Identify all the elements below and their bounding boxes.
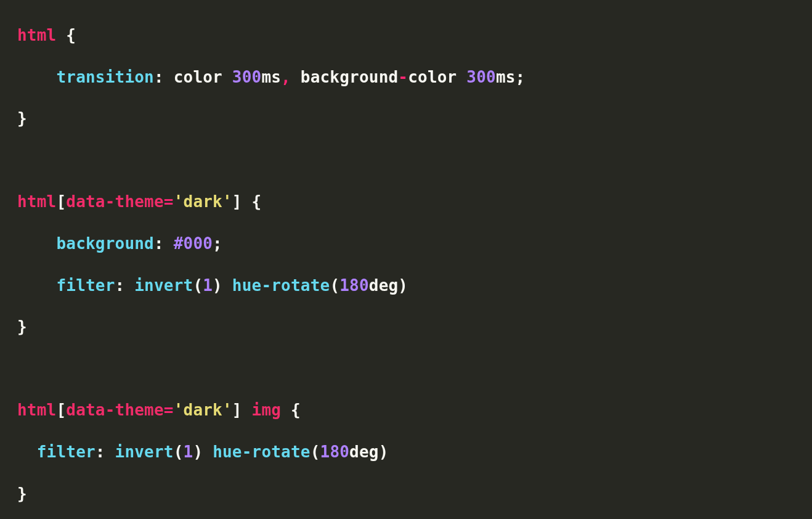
- css-token-punc: [: [56, 401, 66, 419]
- css-token-plain: [222, 276, 232, 295]
- css-declaration: transition: color 300ms, background-colo…: [17, 68, 525, 86]
- css-token-number: 180: [320, 443, 350, 461]
- css-token-func: hue-rotate: [213, 443, 311, 461]
- css-token-plain: deg: [349, 443, 379, 461]
- css-token-plain: background: [291, 68, 398, 86]
- code-editor[interactable]: html { transition: color 300ms, backgrou…: [0, 0, 812, 519]
- css-token-string: 'dark': [174, 401, 232, 419]
- css-token-number: 300: [232, 68, 262, 86]
- css-token-punc: (: [193, 276, 203, 295]
- open-brace: {: [242, 192, 262, 211]
- semicolon: ;: [213, 234, 222, 253]
- css-token-number: 300: [466, 68, 496, 86]
- css-token-selector: html: [17, 192, 56, 211]
- css-token-func: invert: [134, 276, 193, 295]
- css-token-plain: deg: [369, 276, 399, 295]
- css-token-number: 180: [339, 276, 369, 295]
- css-token-op: =: [164, 192, 174, 211]
- css-token-selector: data-theme: [66, 401, 164, 419]
- css-token-op: ,: [281, 68, 291, 86]
- css-token-punc: (: [311, 443, 320, 461]
- css-token-punc: ]: [232, 192, 242, 211]
- css-token-number: 1: [203, 276, 213, 295]
- css-token-punc: ): [398, 276, 408, 295]
- css-property: filter: [56, 276, 115, 295]
- css-token-plain: color: [174, 68, 232, 86]
- semicolon: ;: [516, 68, 526, 86]
- css-token-plain: [242, 401, 252, 419]
- css-token-selector: img: [252, 401, 282, 419]
- css-selector-line: html[data-theme='dark'] img {: [17, 401, 301, 419]
- css-token-plain: ms: [496, 68, 516, 86]
- css-token-plain: ms: [261, 68, 281, 86]
- css-token-punc: ): [379, 443, 389, 461]
- css-token-punc: (: [174, 443, 184, 461]
- css-token-string: 'dark': [174, 192, 232, 211]
- css-token-punc: ]: [232, 401, 242, 419]
- css-token-punc: (: [330, 276, 339, 295]
- css-token-plain: color: [408, 68, 466, 86]
- close-brace: }: [17, 484, 27, 503]
- close-brace: }: [17, 317, 27, 336]
- open-brace: {: [281, 401, 301, 419]
- css-token-punc: ): [213, 276, 222, 295]
- css-property: transition: [56, 68, 154, 86]
- css-token-op: =: [164, 401, 174, 419]
- css-token-op: -: [398, 68, 408, 86]
- css-selector-line: html[data-theme='dark'] {: [17, 192, 261, 211]
- css-token-plain: [203, 443, 213, 461]
- css-token-func: invert: [115, 443, 174, 461]
- css-token-number: #000: [174, 234, 213, 253]
- colon: :: [115, 276, 125, 295]
- colon: :: [154, 234, 164, 253]
- css-declaration: filter: invert(1) hue-rotate(180deg): [17, 276, 408, 295]
- open-brace: {: [56, 26, 76, 44]
- css-selector-line: html {: [17, 26, 76, 44]
- close-brace: }: [17, 109, 27, 128]
- colon: :: [154, 68, 164, 86]
- css-token-selector: data-theme: [66, 192, 164, 211]
- css-token-number: 1: [184, 443, 193, 461]
- css-token-punc: [: [56, 192, 66, 211]
- css-token-selector: html: [17, 26, 56, 44]
- css-token-func: hue-rotate: [232, 276, 330, 295]
- css-token-selector: html: [17, 401, 56, 419]
- css-property: background: [56, 234, 154, 253]
- colon: :: [95, 443, 105, 461]
- css-declaration: filter: invert(1) hue-rotate(180deg): [17, 443, 389, 461]
- css-token-punc: ): [193, 443, 203, 461]
- css-declaration: background: #000;: [17, 234, 222, 253]
- css-property: filter: [37, 443, 95, 461]
